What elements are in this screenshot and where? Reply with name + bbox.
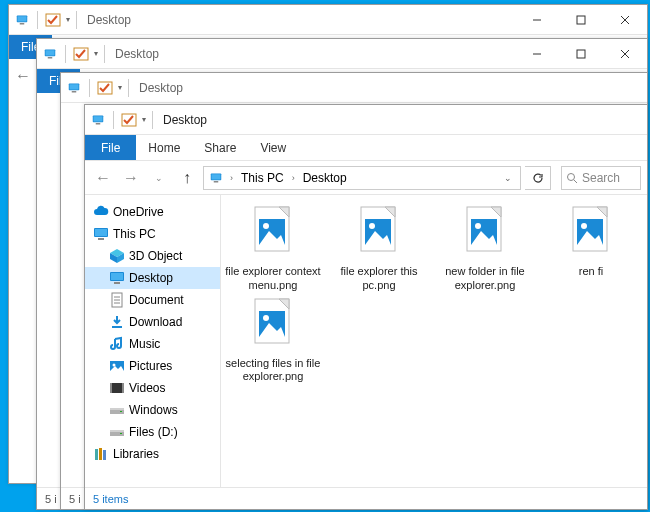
qat-dropdown-icon[interactable]: ▾ <box>66 15 70 24</box>
svg-point-37 <box>568 173 575 180</box>
tree-item-videos[interactable]: Videos <box>85 377 220 399</box>
titlebar[interactable]: ▾ Desktop <box>85 105 647 135</box>
tab-view[interactable]: View <box>248 135 298 160</box>
status-bar: 5 items <box>85 487 647 509</box>
tree-item-label: Download <box>129 315 182 329</box>
desktop-background: ▾ Desktop File ← ▾ Desktop <box>0 0 650 512</box>
maximize-button[interactable] <box>559 39 603 68</box>
download-icon <box>109 314 125 330</box>
recent-locations-button[interactable]: ⌄ <box>147 166 171 190</box>
forward-button[interactable]: → <box>119 166 143 190</box>
file-name: file explorer context menu.png <box>225 265 321 293</box>
music-icon <box>109 336 125 352</box>
explorer-window-active: ▾ Desktop File Home Share View ← → ⌄ ↑ ›… <box>84 104 648 510</box>
tree-item-windows[interactable]: Windows <box>85 399 220 421</box>
tree-item-3d-object[interactable]: 3D Object <box>85 245 220 267</box>
tree-item-files-d-[interactable]: Files (D:) <box>85 421 220 443</box>
drive-icon <box>109 402 125 418</box>
titlebar[interactable]: ▾ Desktop <box>61 73 647 103</box>
tree-item-label: Music <box>129 337 160 351</box>
libraries-icon <box>93 446 109 462</box>
search-placeholder: Search <box>582 171 620 185</box>
back-icon[interactable]: ← <box>15 67 31 85</box>
tree-item-download[interactable]: Download <box>85 311 220 333</box>
picture-icon <box>109 358 125 374</box>
window-title: Desktop <box>87 13 131 27</box>
refresh-button[interactable] <box>525 166 551 190</box>
image-file-icon <box>563 205 619 261</box>
file-list[interactable]: file explorer context menu.pngfile explo… <box>221 195 647 487</box>
tree-item-label: Videos <box>129 381 165 395</box>
address-dropdown-icon[interactable]: ⌄ <box>500 173 516 183</box>
qat-dropdown-icon[interactable]: ▾ <box>118 83 122 92</box>
file-item[interactable]: selecting files in file explorer.png <box>225 297 321 385</box>
tree-item-label: Desktop <box>129 271 173 285</box>
image-file-icon <box>245 205 301 261</box>
file-name: new folder in file explorer.png <box>437 265 533 293</box>
minimize-button[interactable] <box>515 5 559 34</box>
maximize-button[interactable] <box>559 5 603 34</box>
image-file-icon <box>351 205 407 261</box>
properties-icon[interactable] <box>72 45 90 63</box>
search-input[interactable]: Search <box>561 166 641 190</box>
status-text: 5 items <box>93 493 128 505</box>
file-item[interactable]: file explorer context menu.png <box>225 205 321 293</box>
minimize-button[interactable] <box>515 39 559 68</box>
titlebar[interactable]: ▾ Desktop <box>9 5 647 35</box>
location-icon <box>208 172 224 184</box>
tree-item-desktop[interactable]: Desktop <box>85 267 220 289</box>
titlebar[interactable]: ▾ Desktop <box>37 39 647 69</box>
status-text: 5 i <box>45 493 57 505</box>
file-item[interactable]: file explorer this pc.png <box>331 205 427 293</box>
back-button[interactable]: ← <box>91 166 115 190</box>
tree-item-this-pc[interactable]: This PC <box>85 223 220 245</box>
file-name: file explorer this pc.png <box>331 265 427 293</box>
chevron-right-icon[interactable]: › <box>228 173 235 183</box>
tree-item-libraries[interactable]: Libraries <box>85 443 220 465</box>
tree-item-label: Windows <box>129 403 178 417</box>
tree-item-label: Document <box>129 293 184 307</box>
chevron-right-icon[interactable]: › <box>290 173 297 183</box>
tree-item-label: This PC <box>113 227 156 241</box>
properties-icon[interactable] <box>44 11 62 29</box>
app-icon <box>41 45 59 63</box>
file-tab[interactable]: File <box>85 135 136 160</box>
tree-item-pictures[interactable]: Pictures <box>85 355 220 377</box>
navigation-pane[interactable]: OneDriveThis PC3D ObjectDesktopDocumentD… <box>85 195 221 487</box>
window-title: Desktop <box>139 81 183 95</box>
video-icon <box>109 380 125 396</box>
window-title: Desktop <box>115 47 159 61</box>
tree-item-label: OneDrive <box>113 205 164 219</box>
tab-home[interactable]: Home <box>136 135 192 160</box>
image-file-icon <box>457 205 513 261</box>
svg-rect-34 <box>577 50 585 58</box>
qat-dropdown-icon[interactable]: ▾ <box>94 49 98 58</box>
nav-toolbar: ← → ⌄ ↑ › This PC › Desktop ⌄ Search <box>85 161 647 195</box>
tree-item-label: Pictures <box>129 359 172 373</box>
qat-dropdown-icon[interactable]: ▾ <box>142 115 146 124</box>
search-icon <box>566 172 578 184</box>
file-item[interactable]: ren fi <box>543 205 639 293</box>
tree-item-label: 3D Object <box>129 249 182 263</box>
app-icon <box>89 111 107 129</box>
app-icon <box>65 79 83 97</box>
monitor-icon <box>93 226 109 242</box>
file-name: selecting files in file explorer.png <box>225 357 321 385</box>
address-bar[interactable]: › This PC › Desktop ⌄ <box>203 166 521 190</box>
breadcrumb[interactable]: Desktop <box>301 171 349 185</box>
close-button[interactable] <box>603 5 647 34</box>
drive-icon <box>109 424 125 440</box>
svg-rect-30 <box>577 16 585 24</box>
tree-item-label: Files (D:) <box>129 425 178 439</box>
close-button[interactable] <box>603 39 647 68</box>
tab-share[interactable]: Share <box>192 135 248 160</box>
up-button[interactable]: ↑ <box>175 166 199 190</box>
tree-item-music[interactable]: Music <box>85 333 220 355</box>
tree-item-onedrive[interactable]: OneDrive <box>85 201 220 223</box>
image-file-icon <box>245 297 301 353</box>
breadcrumb[interactable]: This PC <box>239 171 286 185</box>
tree-item-document[interactable]: Document <box>85 289 220 311</box>
file-item[interactable]: new folder in file explorer.png <box>437 205 533 293</box>
properties-icon[interactable] <box>120 111 138 129</box>
properties-icon[interactable] <box>96 79 114 97</box>
